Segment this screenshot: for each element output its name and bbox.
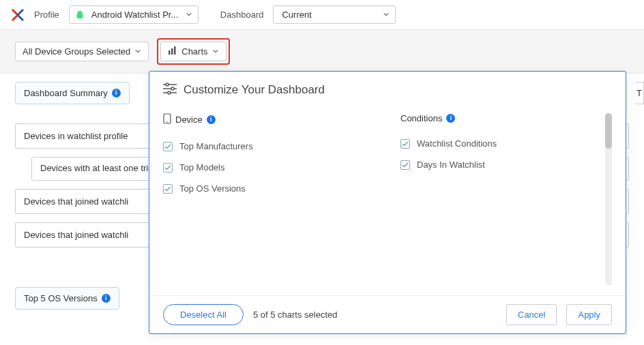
chevron-down-icon (186, 10, 192, 20)
toolbar: All Device Groups Selected Charts (0, 30, 644, 74)
selection-status: 5 of 5 charts selected (253, 310, 338, 320)
info-icon: i (112, 89, 121, 97)
checkbox-top-manufacturers[interactable]: Top Manufacturers (163, 136, 360, 157)
tab-dashboard-summary[interactable]: Dashboard Summary i (15, 82, 130, 104)
device-groups-label: All Device Groups Selected (23, 46, 130, 57)
conditions-column: Conditions i Watchlist Conditions Days I… (400, 113, 597, 286)
checkbox-label: Top OS Versions (179, 183, 246, 194)
dashboard-dropdown[interactable]: Current (273, 5, 396, 24)
sliders-icon (163, 82, 177, 97)
info-icon: i (102, 294, 111, 303)
profile-dropdown[interactable]: Android Watchlist Pr... (69, 5, 199, 24)
svg-point-6 (171, 87, 174, 90)
chevron-down-icon (212, 46, 219, 57)
chevron-down-icon (134, 46, 141, 57)
info-icon: i (446, 114, 455, 123)
info-icon: i (207, 115, 216, 124)
device-groups-dropdown[interactable]: All Device Groups Selected (15, 42, 149, 61)
modal-footer: Deselect All 5 of 5 charts selected Canc… (149, 295, 626, 333)
bar-chart-icon (168, 46, 177, 57)
modal-body: Device i Top Manufacturers Top Models To… (149, 104, 626, 295)
scrollbar-thumb[interactable] (605, 113, 612, 149)
charts-button-highlight: Charts (157, 38, 229, 65)
device-header-label: Device (175, 115, 203, 125)
profile-value: Android Watchlist Pr... (89, 10, 181, 20)
conditions-header-label: Conditions (400, 113, 442, 123)
modal-title: Customize Your Dashboard (184, 83, 325, 97)
checkbox-label: Top Models (179, 162, 224, 172)
android-icon (75, 10, 85, 20)
svg-rect-1 (171, 48, 173, 55)
device-icon (163, 113, 171, 126)
svg-point-4 (166, 83, 169, 86)
device-column-header: Device i (163, 113, 360, 126)
checkbox-top-os-versions[interactable]: Top OS Versions (163, 178, 360, 199)
modal-header: Customize Your Dashboard (149, 72, 626, 104)
top-bar: Profile Android Watchlist Pr... Dashboar… (0, 0, 644, 30)
checkbox-icon (400, 139, 410, 149)
svg-rect-0 (169, 50, 171, 55)
customize-dashboard-modal: Customize Your Dashboard Device i Top Ma… (149, 71, 626, 334)
svg-point-8 (168, 91, 171, 94)
profile-label: Profile (34, 10, 59, 20)
chevron-down-icon (383, 10, 390, 20)
modal-scrollbar[interactable] (605, 113, 612, 286)
app-logo (10, 7, 26, 23)
tab-label: Top 5 OS Versions (24, 293, 98, 303)
tab-label: Dashboard Summary (24, 88, 108, 98)
cancel-button[interactable]: Cancel (506, 304, 557, 325)
checkbox-watchlist-conditions[interactable]: Watchlist Conditions (400, 133, 597, 154)
checkbox-top-models[interactable]: Top Models (163, 157, 360, 178)
tab-top-os-versions[interactable]: Top 5 OS Versions i (15, 287, 119, 310)
svg-rect-2 (174, 46, 176, 55)
checkbox-label: Top Manufacturers (179, 141, 253, 151)
conditions-column-header: Conditions i (400, 113, 597, 123)
deselect-all-button[interactable]: Deselect All (163, 304, 244, 325)
checkbox-icon (163, 163, 173, 172)
checkbox-icon (163, 184, 173, 194)
device-column: Device i Top Manufacturers Top Models To… (163, 113, 360, 286)
apply-button[interactable]: Apply (566, 304, 612, 325)
checkbox-days-in-watchlist[interactable]: Days In Watchlist (400, 154, 597, 175)
dashboard-label: Dashboard (220, 10, 264, 20)
charts-label: Charts (181, 46, 207, 57)
svg-point-10 (166, 121, 168, 123)
side-tab-truncated[interactable]: T (635, 82, 644, 104)
checkbox-icon (163, 142, 173, 151)
dashboard-value: Current (279, 10, 379, 20)
charts-button[interactable]: Charts (160, 42, 226, 61)
checkbox-label: Watchlist Conditions (417, 138, 497, 149)
checkbox-label: Days In Watchlist (417, 160, 485, 170)
checkbox-icon (400, 160, 410, 170)
